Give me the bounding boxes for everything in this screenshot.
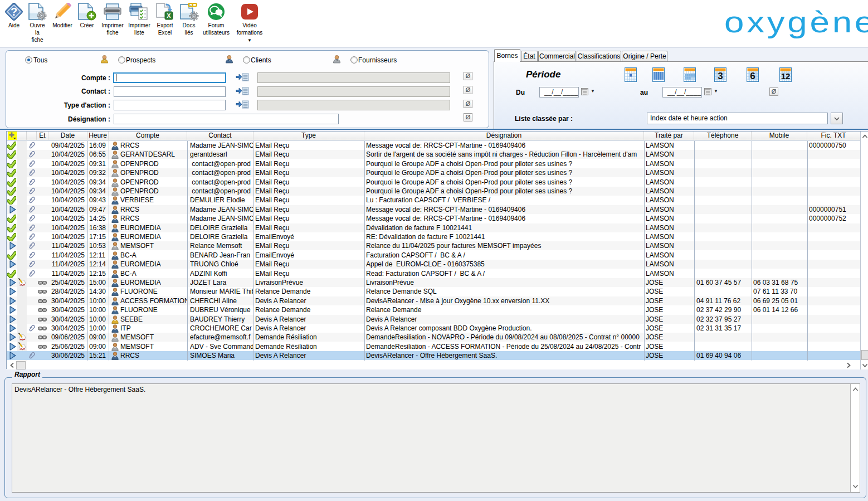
svg-text:12: 12 [781,71,791,81]
svg-text:?: ? [11,6,17,18]
svg-text:3: 3 [718,71,723,81]
svg-text:6: 6 [750,71,755,81]
svg-text:X: X [167,12,171,19]
